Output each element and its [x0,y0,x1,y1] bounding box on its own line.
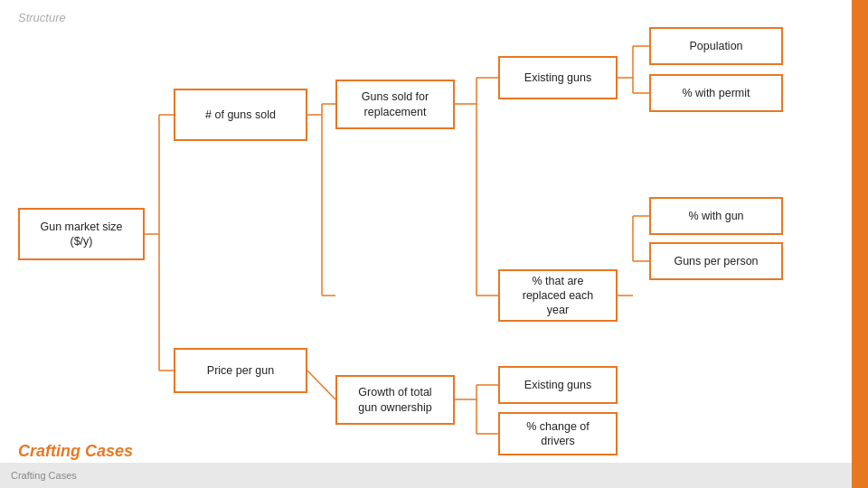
num-guns-sold-label: # of guns sold [205,108,276,122]
bottom-bar: Crafting Cases [0,463,852,488]
existing-guns-bottom-box: Existing guns [498,366,618,404]
existing-guns-top-label: Existing guns [524,70,591,85]
price-per-gun-label: Price per gun [207,363,274,378]
num-guns-sold-box: # of guns sold [174,89,307,141]
guns-sold-replacement-label: Guns sold for replacement [362,89,429,119]
price-per-gun-box: Price per gun [174,348,307,393]
pct-replaced-box: % that are replaced each year [498,269,618,322]
crafting-label: Crafting Cases [18,442,133,461]
pct-with-gun-box: % with gun [649,197,783,235]
pct-with-gun-label: % with gun [688,209,743,223]
sidebar-bar [852,0,868,488]
gun-market-label: Gun market size ($/y) [40,220,122,249]
growth-gun-ownership-label: Growth of total gun ownership [358,385,431,415]
svg-line-8 [307,371,335,399]
population-label: Population [689,39,742,53]
growth-gun-ownership-box: Growth of total gun ownership [335,375,455,425]
existing-guns-bottom-label: Existing guns [524,378,591,392]
pct-change-drivers-label: % change of drivers [526,419,590,449]
existing-guns-top-box: Existing guns [498,56,618,99]
gun-market-box: Gun market size ($/y) [18,208,145,260]
population-box: Population [649,27,783,65]
pct-with-permit-box: % with permit [649,74,783,112]
pct-change-drivers-box: % change of drivers [498,412,618,455]
pct-with-permit-label: % with permit [682,86,750,100]
guns-per-person-box: Guns per person [649,242,783,280]
pct-replaced-label: % that are replaced each year [523,274,594,318]
guns-sold-replacement-box: Guns sold for replacement [335,80,455,129]
guns-per-person-label: Guns per person [674,254,758,268]
bottom-bar-text: Crafting Cases [11,470,77,481]
structure-label: Structure [18,11,66,24]
